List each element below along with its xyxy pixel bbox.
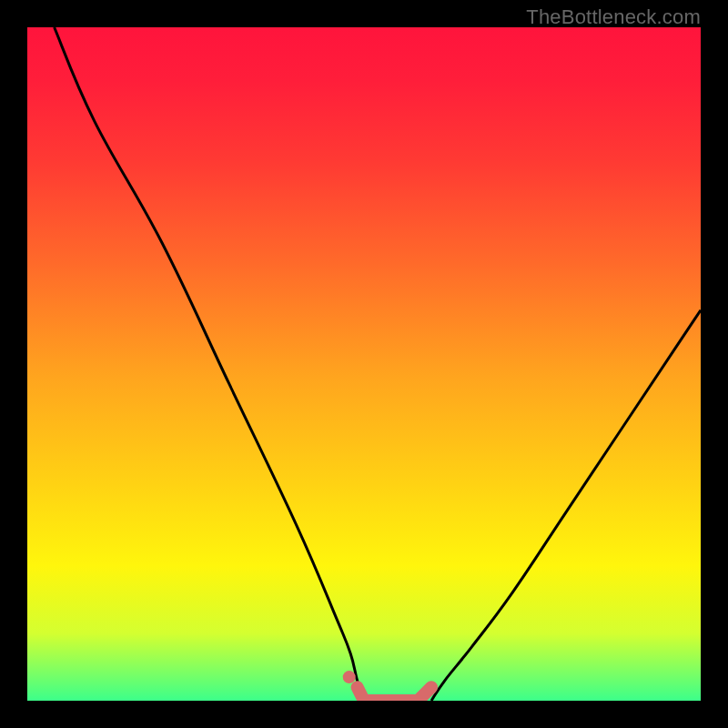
optimal-band-dot: [343, 671, 356, 683]
curves-svg: [27, 27, 701, 701]
left-curve: [55, 27, 364, 701]
watermark-text: TheBottleneck.com: [526, 5, 701, 29]
optimal-band-marker: [358, 687, 431, 701]
plot-area: [27, 27, 701, 701]
chart-stage: TheBottleneck.com: [0, 0, 728, 728]
right-curve: [431, 310, 701, 701]
